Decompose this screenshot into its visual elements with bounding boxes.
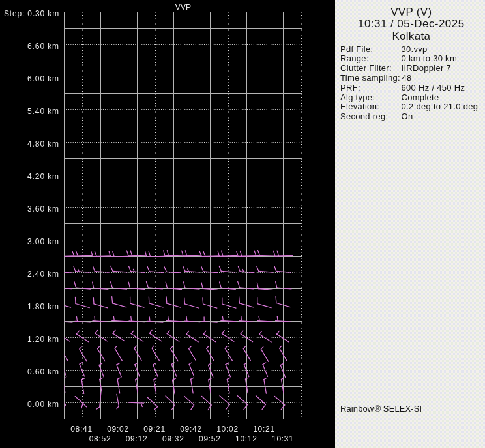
svg-text:Time sampling:: Time sampling:: [340, 73, 400, 83]
svg-text:09:21: 09:21: [143, 425, 166, 434]
svg-text:30.vvp: 30.vvp: [402, 44, 428, 54]
svg-text:09:12: 09:12: [126, 434, 148, 443]
svg-text:48: 48: [402, 73, 412, 83]
svg-text:Clutter Filter:: Clutter Filter:: [340, 63, 392, 73]
svg-text:Kolkata: Kolkata: [392, 30, 430, 42]
svg-text:08:41: 08:41: [70, 425, 93, 434]
svg-text:10:31 / 05-Dec-2025: 10:31 / 05-Dec-2025: [358, 18, 465, 30]
svg-text:10:31: 10:31: [272, 434, 294, 443]
svg-text:10:02: 10:02: [216, 425, 239, 434]
svg-text:0.2 deg to 21.0 deg: 0.2 deg to 21.0 deg: [402, 102, 478, 111]
svg-text:Range:: Range:: [340, 53, 369, 63]
svg-text:2.40 km: 2.40 km: [27, 270, 59, 279]
svg-text:10:21: 10:21: [253, 425, 275, 434]
svg-text:3.60 km: 3.60 km: [27, 204, 59, 214]
svg-text:3.00 km: 3.00 km: [27, 237, 59, 246]
svg-text:08:52: 08:52: [89, 434, 111, 443]
svg-text:Rainbow ® SELEX-SI: Rainbow ® SELEX-SI: [340, 404, 422, 413]
svg-text:Pdf File:: Pdf File:: [340, 44, 373, 54]
svg-text:09:52: 09:52: [199, 434, 221, 443]
svg-text:09:32: 09:32: [162, 434, 184, 443]
svg-text:VVP (V): VVP (V): [390, 6, 432, 18]
svg-text:0.60 km: 0.60 km: [27, 367, 59, 376]
svg-text:10:12: 10:12: [235, 434, 257, 443]
svg-text:Alg type:: Alg type:: [340, 92, 375, 102]
svg-text:VVP: VVP: [175, 3, 192, 12]
svg-text:600 Hz / 450 Hz: 600 Hz / 450 Hz: [402, 83, 465, 92]
svg-text:IIRDoppler 7: IIRDoppler 7: [402, 63, 452, 73]
svg-text:Step: 0.30 km: Step: 0.30 km: [4, 9, 59, 18]
svg-text:1.80 km: 1.80 km: [27, 302, 59, 311]
svg-text:6.00 km: 6.00 km: [27, 74, 59, 83]
svg-text:09:02: 09:02: [107, 425, 129, 434]
svg-text:09:42: 09:42: [180, 425, 202, 434]
svg-text:Elevation:: Elevation:: [340, 102, 379, 111]
svg-text:4.80 km: 4.80 km: [27, 139, 59, 148]
svg-text:On: On: [402, 111, 413, 121]
svg-text:0.00 km: 0.00 km: [27, 400, 59, 409]
svg-text:PRF:: PRF:: [340, 83, 360, 92]
svg-text:1.20 km: 1.20 km: [27, 335, 59, 344]
svg-text:5.40 km: 5.40 km: [27, 107, 59, 116]
svg-text:Complete: Complete: [402, 92, 439, 102]
svg-text:0 km to 30 km: 0 km to 30 km: [402, 53, 458, 63]
svg-text:Second reg:: Second reg:: [340, 111, 388, 121]
svg-text:4.20 km: 4.20 km: [27, 172, 59, 181]
svg-text:6.60 km: 6.60 km: [27, 42, 59, 51]
